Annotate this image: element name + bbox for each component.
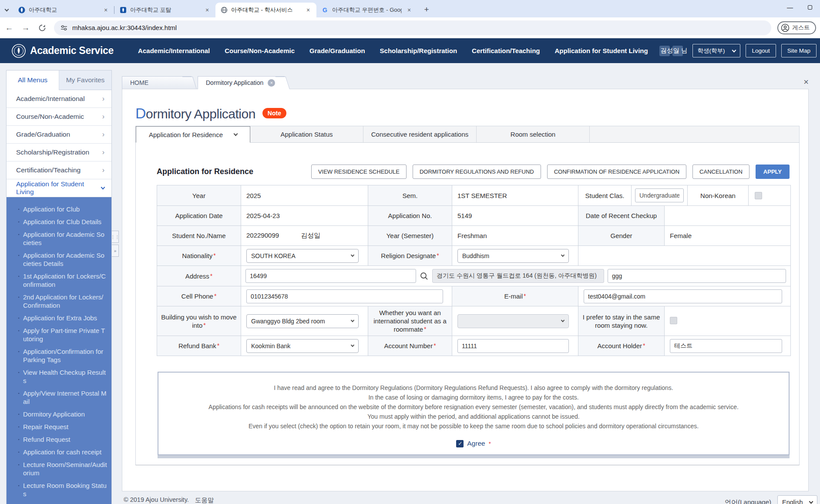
ajou-favicon-icon <box>120 7 127 13</box>
sidebar-item-course-nonacademic[interactable]: Course/Non-Academic› <box>7 108 111 126</box>
address-search-icon[interactable] <box>420 272 429 281</box>
browser-tab-3-active[interactable]: 아주대학교 - 학사서비스 × <box>215 3 316 17</box>
apply-button[interactable]: APPLY <box>756 165 790 179</box>
account-holder-input[interactable] <box>670 339 782 353</box>
browser-tab-4[interactable]: G 아주대학교 우편번호 - Google × <box>316 3 417 17</box>
nav-course-nonacademic[interactable]: Course/Non-Academic <box>225 47 295 54</box>
window-restore-button[interactable] <box>800 0 820 15</box>
language-select[interactable]: English <box>777 495 817 504</box>
role-select[interactable]: 학생(학부) <box>692 44 740 57</box>
submenu-internet-postal-mail[interactable]: ·Apply/View Internet Postal Mail <box>7 387 111 408</box>
nav-academic-international[interactable]: Academic/International <box>138 47 210 54</box>
email-input[interactable] <box>584 289 782 303</box>
browser-tab-1[interactable]: 아주대학교 × <box>13 3 114 17</box>
nav-application-student-living[interactable]: Application for Student Living <box>555 47 648 54</box>
sidebar-collapse-button[interactable]: » <box>112 245 119 257</box>
nav-scholarship-registration[interactable]: Scholarship/Registration <box>380 47 457 54</box>
profile-button[interactable]: 게스트 <box>777 21 816 34</box>
account-number-input[interactable] <box>457 339 569 353</box>
site-info-icon[interactable] <box>60 24 68 32</box>
note-badge[interactable]: Note <box>262 108 286 118</box>
year-label: Year <box>157 185 241 206</box>
sidebar-item-grade-graduation[interactable]: Grade/Graduation› <box>7 126 111 144</box>
sidebar-item-academic-international[interactable]: Academic/International› <box>7 90 111 108</box>
submenu-1st-application-lockers[interactable]: ·1st Application for Lockers/Confirmatio… <box>7 270 111 291</box>
sidebar-item-certification-teaching[interactable]: Certification/Teaching› <box>7 161 111 179</box>
zipcode-input[interactable] <box>245 269 416 283</box>
sidebar-tab-my-favorites[interactable]: My Favorites <box>59 71 111 90</box>
university-emblem-icon <box>11 44 26 58</box>
dormitory-regulations-refund-button[interactable]: DORMITORY REGULATIONS AND REFUND <box>413 165 541 179</box>
submenu-part-time-private-tutoring[interactable]: ·Apply for Part-time Private Tutoring <box>7 324 111 345</box>
submenu-application-for-club[interactable]: ·Application for Club <box>7 203 111 215</box>
refund-bank-select[interactable]: Kookmin Bank <box>246 339 359 353</box>
tab-close-icon[interactable]: × <box>203 6 211 14</box>
sidebar-item-scholarship-registration[interactable]: Scholarship/Registration› <box>7 144 111 161</box>
religion-select[interactable]: Buddhism <box>457 249 569 263</box>
non-korean-checkbox[interactable] <box>755 192 762 199</box>
reload-button[interactable] <box>35 20 50 35</box>
submenu-repair-request[interactable]: ·Repair Request <box>7 420 111 433</box>
tab-application-for-residence[interactable]: Application for Residence <box>136 126 250 143</box>
tab-close-icon[interactable]: × <box>405 6 413 14</box>
chevron-down-icon <box>351 343 354 347</box>
agree-checkbox[interactable] <box>456 440 464 447</box>
roommate-intl-label: Whether you want an international studen… <box>368 306 452 336</box>
tab-close-icon[interactable]: × <box>304 6 312 14</box>
roommate-intl-select[interactable] <box>457 314 569 328</box>
address-label: Address <box>157 266 241 286</box>
tab-search-chevron-icon[interactable] <box>0 3 13 17</box>
submenu-application-extra-jobs[interactable]: ·Application for Extra Jobs <box>7 312 111 324</box>
refund-bank-label: Refund Bank <box>157 336 241 356</box>
submenu-parking-tags[interactable]: ·Application/Confirmation for Parking Ta… <box>7 345 111 366</box>
brand[interactable]: Academic Service <box>11 44 114 58</box>
tab-close-icon[interactable]: × <box>102 6 110 14</box>
window-controls: — <box>780 0 820 15</box>
sidebar-tab-all-menus[interactable]: All Menus <box>7 71 59 90</box>
window-minimize-button[interactable]: — <box>780 0 800 15</box>
back-button[interactable]: ← <box>2 20 17 35</box>
tab-room-selection[interactable]: Room selection <box>477 126 590 142</box>
nav-grade-graduation[interactable]: Grade/Graduation <box>309 47 365 54</box>
nationality-select[interactable]: SOUTH KOREA <box>246 249 359 263</box>
address-bar[interactable]: mhaksa.ajou.ac.kr:30443/index.html <box>54 20 771 35</box>
mdi-tab-home[interactable]: HOME <box>122 76 192 89</box>
cell-phone-input[interactable] <box>246 289 443 303</box>
submenu-lecture-room-seminar-auditorium[interactable]: ·Lecture Room/Seminar/Auditorium <box>7 458 111 479</box>
new-tab-button[interactable]: + <box>420 3 433 16</box>
page-title: Dormitory Application <box>135 105 255 122</box>
email-label: E-mail <box>452 286 578 306</box>
logout-button[interactable]: Logout <box>746 44 776 57</box>
sitemap-button[interactable]: Site Map <box>781 44 817 57</box>
submenu-application-for-club-details[interactable]: ·Application for Club Details <box>7 215 111 228</box>
building-select[interactable]: Gwanggyo Bldg 2bed room <box>246 314 359 328</box>
close-all-tabs-icon[interactable]: × <box>803 77 809 87</box>
submenu-cash-receipt[interactable]: ·Application for cash receipt <box>7 446 111 458</box>
sidebar-drag-handle[interactable]: ⋮⋮ <box>112 231 119 243</box>
same-room-checkbox[interactable] <box>670 317 677 324</box>
submenu-application-for-academic-societies-details[interactable]: ·Application for Academic Societies Deta… <box>7 249 111 270</box>
submenu-dormitory-application[interactable]: ·Dormitory Application <box>7 408 111 420</box>
browser-tab-2[interactable]: 아주대학교 포탈 × <box>114 3 215 17</box>
forward-button[interactable]: → <box>18 20 33 35</box>
top-navigation: Academic/International Course/Non-Academ… <box>138 47 648 54</box>
tab-application-status[interactable]: Application Status <box>250 126 363 142</box>
nav-certification-teaching[interactable]: Certification/Teaching <box>472 47 540 54</box>
submenu-health-checkup-results[interactable]: ·View Health Checkup Results <box>7 366 111 387</box>
cancellation-button[interactable]: CANCELLATION <box>692 165 749 179</box>
view-residence-schedule-button[interactable]: VIEW RESIDENCE SCHEDULE <box>311 165 407 179</box>
submenu-2nd-application-lockers[interactable]: ·2nd Application for Lockers/Confirmatio… <box>7 291 111 312</box>
submenu-lecture-room-booking-status[interactable]: ·Lecture Room Booking Status <box>7 479 111 500</box>
tab-consecutive-resident-applications[interactable]: Consecutive resident applications <box>363 126 477 142</box>
mdi-tab-close-icon[interactable]: × <box>268 79 275 87</box>
confirmation-residence-application-button[interactable]: CONFIRMATION OF RESIDENCE APPLICATION <box>547 165 686 179</box>
mdi-tab-dormitory-application[interactable]: Dormitory Application × <box>198 76 285 89</box>
sidebar-item-application-student-living[interactable]: Application for Student Living <box>7 179 111 197</box>
student-class-input[interactable] <box>635 188 684 202</box>
submenu-refund-request[interactable]: ·Refund Request <box>7 433 111 446</box>
submenu-application-for-academic-societies[interactable]: ·Application for Academic Societies <box>7 228 111 249</box>
address-detail-input[interactable] <box>608 269 786 283</box>
help-link[interactable]: 도움말 <box>195 496 214 504</box>
row-refund-bank: Refund Bank Kookmin Bank Account Number … <box>157 336 791 356</box>
chevron-right-icon: › <box>102 95 104 103</box>
